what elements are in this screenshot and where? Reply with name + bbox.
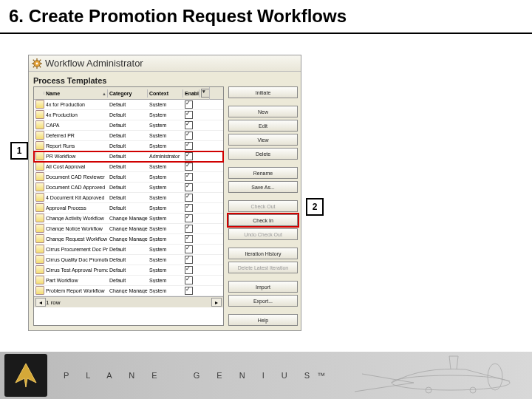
table-row[interactable]: All Cost ApprovalDefaultSystem xyxy=(34,162,223,172)
svg-line-8 xyxy=(33,66,35,67)
enabled-checkbox[interactable] xyxy=(185,225,193,233)
cell-context: System xyxy=(148,185,183,190)
plane-illustration xyxy=(318,352,525,398)
table-row[interactable]: Document CAD ApprovedDefaultSystem xyxy=(34,183,223,193)
enabled-checkbox[interactable] xyxy=(185,100,193,109)
cell-category: Default xyxy=(108,247,148,252)
checkin-button[interactable]: Check In xyxy=(228,214,298,226)
enabled-checkbox[interactable] xyxy=(185,111,193,119)
enabled-checkbox[interactable] xyxy=(185,183,193,191)
undo-checkout-button[interactable]: Undo Check Out xyxy=(228,228,298,240)
enabled-checkbox[interactable] xyxy=(185,121,193,129)
cell-name: Approval Process xyxy=(44,205,108,211)
table-row[interactable]: Approval ProcessDefaultSystem xyxy=(34,203,223,214)
svg-line-7 xyxy=(40,66,41,67)
svg-point-12 xyxy=(426,387,432,393)
table-row[interactable]: Cirrus Quality Doc Promotion RDefaultSys… xyxy=(34,255,223,265)
enabled-checkbox[interactable] xyxy=(185,214,193,222)
table-row[interactable]: 4x for ProductionDefaultSystem xyxy=(34,100,223,110)
table-row[interactable]: Change Notice WorkflowChange ManagerSyst… xyxy=(34,224,223,234)
cell-name: All Cost Approval xyxy=(44,164,108,169)
cell-name: Document CAD Approved xyxy=(44,185,108,190)
enabled-checkbox[interactable] xyxy=(185,287,193,295)
cell-name: Change Request Workflow xyxy=(44,236,108,242)
table-row[interactable]: Problem Report WorkflowChange ManagerSys… xyxy=(34,286,223,296)
cell-context: System xyxy=(148,205,183,211)
template-icon xyxy=(35,203,44,212)
cell-category: Default xyxy=(108,154,148,159)
templates-grid[interactable]: Name▲ Category Context Enabled 4x for Pr… xyxy=(33,86,224,326)
cell-category: Change Manager xyxy=(108,216,148,221)
workflow-admin-window: Workflow Administrator Process Templates… xyxy=(28,55,301,331)
template-icon xyxy=(35,100,44,109)
template-icon xyxy=(35,172,44,181)
view-button[interactable]: View xyxy=(228,134,298,146)
enabled-checkbox[interactable] xyxy=(185,132,193,140)
cell-context: System xyxy=(148,123,183,128)
enabled-checkbox[interactable] xyxy=(185,152,193,160)
table-row[interactable]: Deferred PRDefaultSystem xyxy=(34,131,223,141)
delete-latest-iteration-button[interactable]: Delete Latest Iteration xyxy=(228,262,298,273)
template-icon xyxy=(35,120,44,129)
enabled-checkbox[interactable] xyxy=(185,266,193,274)
svg-point-13 xyxy=(470,387,476,393)
grid-scrollbar[interactable]: ◂ 1 row ▸ xyxy=(34,296,223,307)
delete-button[interactable]: Delete xyxy=(228,148,298,160)
scroll-left-icon[interactable]: ◂ xyxy=(35,298,46,307)
enabled-checkbox[interactable] xyxy=(185,142,193,150)
window-header: Workflow Administrator xyxy=(29,55,301,72)
edit-button[interactable]: Edit xyxy=(228,120,298,132)
saveas-button[interactable]: Save As... xyxy=(228,181,298,193)
help-button[interactable]: Help xyxy=(228,314,298,326)
enabled-checkbox[interactable] xyxy=(185,163,193,171)
table-row[interactable]: 4x ProductionDefaultSystem xyxy=(34,110,223,120)
rename-button[interactable]: Rename xyxy=(228,167,298,179)
table-row[interactable]: Document CAD ReviewerDefaultSystem xyxy=(34,172,223,183)
export-button[interactable]: Export... xyxy=(228,295,298,307)
enabled-checkbox[interactable] xyxy=(185,204,193,212)
col-enabled[interactable]: Enabled xyxy=(183,89,200,98)
col-name[interactable]: Name▲ xyxy=(44,89,108,98)
checkout-button[interactable]: Check Out xyxy=(228,200,298,212)
table-row[interactable]: CAPADefaultSystem xyxy=(34,120,223,131)
enabled-checkbox[interactable] xyxy=(185,173,193,181)
table-row[interactable]: 4 Document Kit ApprovedDefaultSystem xyxy=(34,193,223,203)
import-button[interactable]: Import xyxy=(228,281,298,293)
cell-name: CAPA xyxy=(44,123,108,128)
table-row[interactable]: Cirrus Test Approval PromotionDefaultSys… xyxy=(34,265,223,276)
iteration-history-button[interactable]: Iteration History xyxy=(228,248,298,259)
template-icon xyxy=(35,162,44,171)
cell-name: Deferred PR xyxy=(44,133,108,138)
brand-text: P L A N E G E N I U S™ xyxy=(64,371,325,380)
svg-point-1 xyxy=(36,62,38,64)
enabled-checkbox[interactable] xyxy=(185,194,193,202)
col-category[interactable]: Category xyxy=(108,89,148,98)
cell-category: Default xyxy=(108,257,148,262)
column-menu-icon[interactable] xyxy=(201,89,210,98)
table-row[interactable]: Report RunsDefaultSystem xyxy=(34,141,223,151)
new-button[interactable]: New xyxy=(228,106,298,117)
table-row[interactable]: Cirrus Procurement Doc PromoDefaultSyste… xyxy=(34,245,223,255)
table-row[interactable]: Part WorkflowDefaultSystem xyxy=(34,276,223,286)
enabled-checkbox[interactable] xyxy=(185,276,193,284)
cell-context: System xyxy=(148,247,183,252)
cell-category: Change Manager xyxy=(108,288,148,293)
template-icon xyxy=(35,245,44,253)
cell-category: Default xyxy=(108,133,148,138)
table-row[interactable]: Change Request WorkflowChange ManagerSys… xyxy=(34,234,223,245)
table-row[interactable]: PR WorkflowDefaultAdministrator xyxy=(34,151,223,162)
initiate-button[interactable]: Initiate xyxy=(228,86,298,98)
cell-name: Part Workflow xyxy=(44,278,108,283)
cell-name: Cirrus Test Approval Promotion xyxy=(44,267,108,273)
enabled-checkbox[interactable] xyxy=(185,235,193,243)
col-context[interactable]: Context xyxy=(148,89,183,98)
callout-2: 2 xyxy=(306,198,324,216)
enabled-checkbox[interactable] xyxy=(185,256,193,264)
template-icon xyxy=(35,234,44,243)
table-row[interactable]: Change Activity WorkflowChange ManagerSy… xyxy=(34,214,223,224)
cell-context: System xyxy=(148,164,183,169)
cell-name: Change Notice Workflow xyxy=(44,226,108,231)
enabled-checkbox[interactable] xyxy=(185,245,193,253)
scroll-right-icon[interactable]: ▸ xyxy=(211,298,222,307)
cell-context: System xyxy=(148,288,183,293)
